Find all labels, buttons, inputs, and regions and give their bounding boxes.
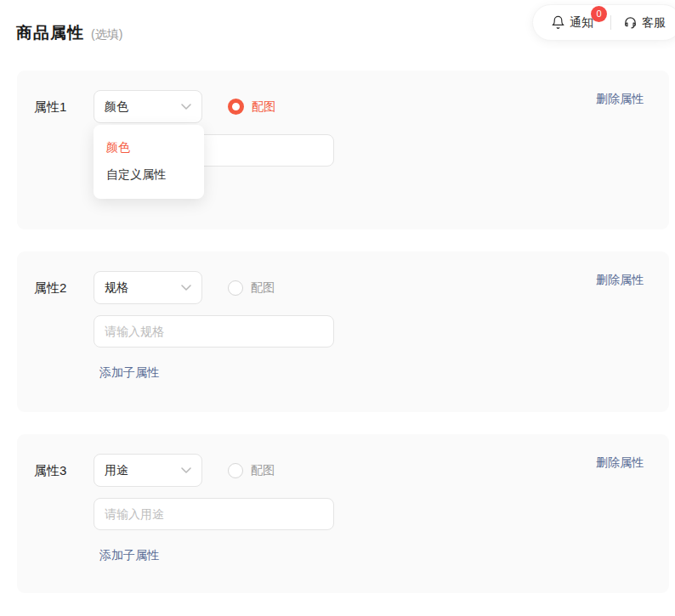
bell-icon: [551, 15, 565, 30]
attribute-1-with-image-label: 配图: [252, 99, 275, 115]
attribute-2-delete-link[interactable]: 删除属性: [596, 273, 644, 288]
headset-icon: [623, 15, 638, 30]
attribute-1-with-image-radio[interactable]: 配图: [228, 90, 275, 123]
attribute-1-select-value: 颜色: [105, 99, 181, 115]
attribute-type-dropdown-menu: 颜色 自定义属性: [94, 125, 204, 199]
attribute-1-delete-link[interactable]: 删除属性: [596, 92, 644, 107]
radio-unchecked-icon: [228, 463, 243, 478]
attribute-card-2: 属性2 规格 配图 添加子属性 删除属性: [17, 251, 669, 412]
page-header: 商品属性 (选填): [16, 22, 122, 44]
attribute-1-label: 属性1: [34, 99, 66, 116]
topbar-pill: 通知 0 客服: [532, 4, 675, 41]
attribute-2-value-input[interactable]: [94, 315, 334, 348]
attribute-1-type-select[interactable]: 颜色: [94, 90, 202, 123]
attribute-2-label: 属性2: [34, 280, 66, 297]
customer-service-label: 客服: [642, 15, 666, 31]
page-title: 商品属性: [16, 22, 84, 44]
notification-badge: 0: [591, 6, 607, 22]
attribute-3-with-image-radio[interactable]: 配图: [228, 454, 275, 487]
attribute-2-add-sub-attribute-link[interactable]: 添加子属性: [99, 365, 159, 381]
dropdown-option-color[interactable]: 颜色: [94, 134, 204, 161]
attribute-3-select-value: 用途: [105, 463, 181, 478]
radio-checked-icon: [228, 99, 244, 115]
notification-button[interactable]: 通知 0: [551, 15, 604, 31]
attribute-card-1: 属性1 颜色 配图 添加子属性 删除属性 颜色 自定义属性: [17, 71, 669, 229]
attribute-2-type-select[interactable]: 规格: [94, 271, 202, 304]
chevron-down-icon: [181, 467, 191, 473]
attribute-3-type-select[interactable]: 用途: [94, 454, 202, 487]
product-attributes-page: 商品属性 (选填) 通知 0 客服 属性1 颜色 配: [0, 0, 675, 616]
attribute-2-with-image-label: 配图: [251, 280, 275, 296]
attribute-3-value-input[interactable]: [94, 498, 334, 530]
attribute-2-with-image-radio[interactable]: 配图: [228, 271, 275, 304]
customer-service-button[interactable]: 客服: [623, 15, 666, 31]
attribute-3-add-sub-attribute-link[interactable]: 添加子属性: [99, 548, 159, 563]
notification-label: 通知: [570, 15, 593, 31]
attribute-3-delete-link[interactable]: 删除属性: [596, 455, 644, 471]
radio-unchecked-icon: [228, 280, 243, 296]
chevron-down-icon: [181, 285, 191, 291]
attribute-2-select-value: 规格: [105, 280, 181, 296]
attribute-3-with-image-label: 配图: [251, 463, 275, 478]
attribute-3-label: 属性3: [34, 463, 66, 479]
attribute-card-3: 属性3 用途 配图 添加子属性 删除属性: [17, 434, 669, 593]
chevron-down-icon: [181, 104, 191, 110]
pill-divider: [610, 15, 611, 30]
page-title-optional-hint: (选填): [91, 27, 122, 42]
dropdown-option-custom[interactable]: 自定义属性: [94, 161, 204, 189]
